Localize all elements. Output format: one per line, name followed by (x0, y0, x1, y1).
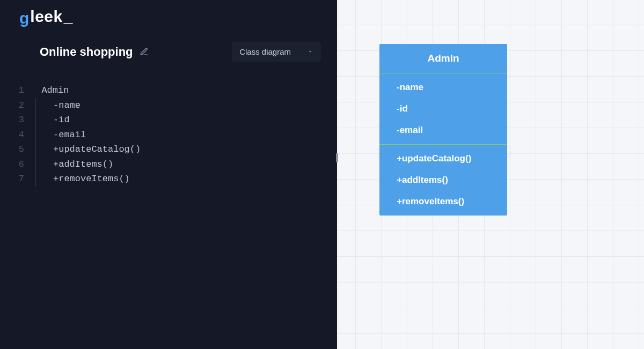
chevron-down-icon (307, 47, 313, 56)
code-line: Admin (31, 83, 141, 98)
class-title: Admin (379, 44, 507, 73)
code-line: +updateCatalog() (31, 142, 141, 157)
class-attribute: -name (379, 77, 507, 98)
header-row: Online shopping Class diagram (0, 31, 337, 67)
class-box-admin[interactable]: Admin -name -id -email +updateCatalog() … (379, 44, 507, 216)
code-content[interactable]: Admin -name -id -email +updateCatalog() … (31, 83, 141, 187)
line-number: 1 (0, 83, 24, 98)
line-number: 7 (0, 172, 24, 187)
pencil-icon[interactable] (140, 47, 149, 56)
code-editor[interactable]: 1 2 3 4 5 6 7 Admin -name -id -email +up… (0, 67, 337, 187)
logo-letter-g: g (19, 9, 29, 27)
diagram-type-select[interactable]: Class diagram (232, 42, 321, 62)
editor-panel: gleek_ Online shopping Class diagram 1 2… (0, 0, 337, 349)
logo-cursor: _ (64, 8, 73, 26)
line-number: 2 (0, 98, 24, 113)
line-number-gutter: 1 2 3 4 5 6 7 (0, 83, 31, 187)
document-title: Online shopping (40, 45, 133, 59)
diagram-canvas[interactable]: Admin -name -id -email +updateCatalog() … (337, 0, 644, 349)
line-number: 6 (0, 157, 24, 172)
line-number: 4 (0, 128, 24, 143)
panel-resize-handle[interactable] (336, 153, 338, 162)
class-methods-section: +updateCatalog() +addItems() +removeItem… (379, 145, 507, 216)
class-method: +removeItems() (379, 191, 507, 212)
diagram-type-label: Class diagram (239, 47, 291, 56)
code-line: +addItems() (31, 157, 141, 172)
app-logo: gleek_ (0, 0, 337, 31)
line-number: 3 (0, 113, 24, 128)
code-line: -email (31, 128, 141, 143)
class-attributes-section: -name -id -email (379, 73, 507, 145)
class-attribute: -id (379, 98, 507, 120)
indent-guide (35, 98, 35, 187)
code-line: -id (31, 113, 141, 128)
line-number: 5 (0, 142, 24, 157)
logo-word: leek (30, 8, 62, 26)
class-attribute: -email (379, 120, 507, 141)
code-line: +removeItems() (31, 172, 141, 187)
class-method: +addItems() (379, 169, 507, 191)
code-line: -name (31, 98, 141, 113)
class-method: +updateCatalog() (379, 148, 507, 169)
